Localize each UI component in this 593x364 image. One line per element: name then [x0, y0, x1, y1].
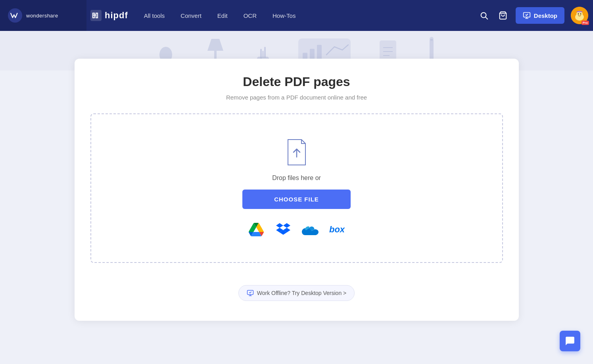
brand-name-label: wondershare	[26, 13, 58, 19]
svg-line-3	[486, 17, 487, 19]
hipdf-logo-icon	[90, 10, 102, 21]
hipdf-logo[interactable]: hipdf	[90, 10, 128, 21]
page-subtitle: Remove pages from a PDF document online …	[90, 94, 503, 101]
desktop-button[interactable]: Desktop	[516, 7, 564, 24]
drop-zone[interactable]: Drop files here or CHOOSE FILE	[90, 113, 503, 263]
nav-ocr[interactable]: OCR	[244, 11, 257, 21]
onedrive-icon	[302, 222, 319, 237]
nav-edit[interactable]: Edit	[217, 11, 228, 21]
offline-banner[interactable]: Work Offline? Try Desktop Version >	[238, 285, 355, 301]
page-title: Delete PDF pages	[90, 75, 503, 89]
box-icon: box	[329, 224, 345, 235]
nav-convert[interactable]: Convert	[180, 11, 202, 21]
svg-rect-20	[260, 49, 262, 59]
svg-rect-22	[262, 51, 264, 58]
chat-support-button[interactable]	[560, 331, 580, 351]
svg-point-34	[430, 37, 434, 41]
nav-all-tools[interactable]: All tools	[144, 11, 165, 21]
svg-point-0	[8, 8, 22, 23]
desktop-button-label: Desktop	[534, 12, 557, 19]
search-icon	[480, 11, 488, 20]
chat-icon	[565, 336, 575, 346]
cart-icon	[499, 11, 507, 20]
navbar: wondershare hipdf All tools Convert Edit…	[0, 0, 593, 31]
upload-icon-wrap	[284, 138, 309, 167]
search-button[interactable]	[478, 9, 490, 22]
svg-rect-21	[264, 47, 266, 58]
pro-badge: Pro	[581, 21, 589, 25]
wondershare-icon	[8, 8, 22, 23]
choose-file-button[interactable]: CHOOSE FILE	[242, 190, 351, 209]
svg-point-12	[580, 13, 581, 15]
onedrive-button[interactable]	[301, 221, 319, 238]
offline-banner-text: Work Offline? Try Desktop Version >	[257, 290, 347, 296]
main-container: Delete PDF pages Remove pages from a PDF…	[0, 71, 593, 337]
cloud-icons-row: box	[248, 221, 346, 238]
nav-how-tos[interactable]: How-Tos	[273, 11, 296, 21]
desktop-icon	[523, 11, 531, 19]
svg-marker-16	[207, 39, 223, 51]
drop-text-label: Drop files here or	[272, 174, 321, 182]
nav-links: All tools Convert Edit OCR How-Tos	[144, 11, 478, 21]
user-avatar[interactable]: Pro	[571, 7, 588, 24]
svg-point-11	[578, 13, 579, 15]
desktop-small-icon	[247, 289, 254, 297]
main-card: Delete PDF pages Remove pages from a PDF…	[75, 59, 519, 321]
hipdf-text-label: hipdf	[105, 10, 128, 21]
google-drive-icon	[249, 222, 264, 237]
dropbox-icon	[276, 222, 290, 237]
dropbox-button[interactable]	[274, 221, 292, 238]
cart-button[interactable]	[497, 9, 509, 22]
nav-right: Desktop Pro	[478, 7, 588, 24]
google-drive-button[interactable]	[248, 221, 265, 238]
box-button[interactable]: box	[328, 221, 346, 238]
upload-icon	[284, 138, 309, 167]
brand-logo[interactable]: wondershare	[0, 0, 86, 31]
